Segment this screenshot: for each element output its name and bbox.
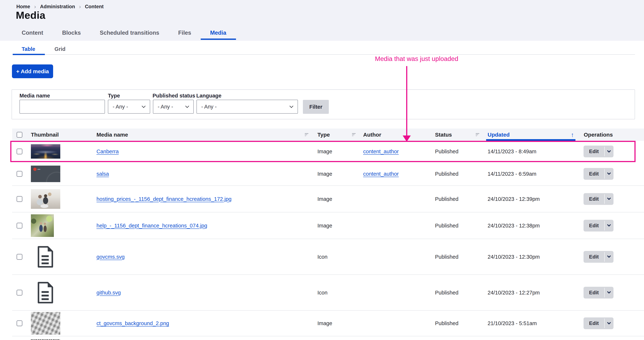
media-name-input[interactable] [20, 100, 105, 114]
view-tab-table[interactable]: Table [22, 46, 35, 52]
edit-split-button[interactable]: Edit [584, 287, 614, 299]
updated-timestamp: 24/10/2023 - 12:39pm [488, 196, 540, 202]
view-tabs-divider [13, 54, 635, 55]
row-checkbox[interactable] [16, 196, 22, 202]
edit-dropdown-toggle[interactable] [605, 193, 614, 205]
row-checkbox[interactable] [16, 320, 22, 326]
select-value: - Any - [113, 104, 128, 110]
table-row: salsaImagecontent_authorPublished14/11/2… [12, 162, 644, 185]
table-row: govcms.svgIconPublished24/10/2023 - 12:3… [12, 239, 644, 274]
chevron-down-icon [607, 254, 611, 258]
thumbnail-gray-foam-texture [31, 312, 60, 335]
chevron-down-icon [142, 104, 146, 108]
breadcrumb-item-administration[interactable]: Administration [40, 4, 75, 9]
sort-icon[interactable] [352, 133, 356, 137]
edit-dropdown-toggle[interactable] [605, 168, 614, 180]
edit-split-button[interactable]: Edit [584, 168, 614, 180]
breadcrumb-separator: › [34, 4, 36, 10]
chevron-down-icon [185, 104, 189, 108]
view-tab-grid[interactable]: Grid [54, 46, 66, 52]
edit-button-label[interactable]: Edit [584, 146, 604, 157]
select-all-checkbox[interactable] [16, 132, 22, 138]
row-checkbox[interactable] [16, 290, 22, 296]
table-row: CanberraImagecontent_authorPublished14/1… [12, 141, 644, 162]
filter-label-published-status: Published status [152, 93, 195, 99]
edit-split-button[interactable]: Edit [584, 318, 614, 329]
filter-select-language[interactable]: - Any - [196, 100, 298, 114]
row-checkbox[interactable] [16, 254, 22, 260]
tab-media[interactable]: Media [210, 29, 226, 36]
filter-label-language: Language [196, 93, 222, 99]
status-text: Published [435, 290, 458, 296]
edit-split-button[interactable]: Edit [584, 251, 614, 263]
edit-button-label[interactable]: Edit [584, 251, 604, 263]
edit-button-label[interactable]: Edit [584, 168, 604, 180]
column-header-updated[interactable]: Updated [488, 132, 510, 138]
tab-files[interactable]: Files [178, 29, 191, 36]
author-link[interactable]: content_author [363, 171, 399, 177]
chevron-down-icon [607, 321, 611, 324]
sort-ascending-arrow-icon[interactable]: ↑ [571, 131, 574, 138]
updated-timestamp: 21/10/2023 - 5:51am [488, 320, 537, 327]
filter-select-type[interactable]: - Any - [108, 100, 150, 114]
edit-dropdown-toggle[interactable] [605, 146, 614, 157]
edit-dropdown-toggle[interactable] [605, 251, 614, 263]
media-name-link[interactable]: salsa [96, 171, 109, 177]
column-header-type[interactable]: Type [318, 132, 330, 138]
tab-blocks[interactable]: Blocks [62, 29, 81, 36]
edit-dropdown-toggle[interactable] [605, 318, 614, 329]
column-header-thumbnail[interactable]: Thumbnail [31, 132, 59, 138]
column-header-status[interactable]: Status [435, 132, 452, 138]
breadcrumb-item-home[interactable]: Home [16, 4, 30, 9]
filter-submit-button[interactable]: Filter [303, 100, 329, 114]
media-name-link[interactable]: github.svg [96, 290, 121, 296]
edit-dropdown-toggle[interactable] [605, 287, 614, 299]
edit-button-label[interactable]: Edit [584, 220, 604, 231]
media-type: Icon [318, 290, 328, 296]
edit-split-button[interactable]: Edit [584, 220, 614, 231]
media-name-link[interactable]: ct_govcms_background_2.png [96, 320, 169, 327]
tab-content[interactable]: Content [22, 29, 43, 36]
row-checkbox[interactable] [16, 149, 22, 154]
edit-dropdown-toggle[interactable] [605, 220, 614, 231]
updated-timestamp: 14/11/2023 - 6:59am [488, 171, 536, 177]
chevron-down-icon [607, 290, 611, 294]
author-link[interactable]: content_author [363, 149, 399, 155]
add-media-button[interactable]: + Add media [12, 64, 53, 78]
edit-split-button[interactable]: Edit [584, 146, 614, 157]
annotation-arrow [406, 66, 407, 136]
column-header-operations[interactable]: Operations [584, 132, 613, 138]
active-sort-underline [486, 139, 576, 141]
column-header-media-name[interactable]: Media name [96, 132, 128, 138]
media-type: Image [318, 222, 332, 229]
breadcrumb-item-content[interactable]: Content [85, 4, 104, 9]
table-row: github.svgIconPublished24/10/2023 - 12:2… [12, 274, 644, 310]
media-name-link[interactable]: govcms.svg [96, 254, 124, 260]
annotation-text: Media that was just uploaded [375, 55, 458, 62]
media-type: Image [318, 196, 332, 202]
thumbnail-dark-slide-red-logo [31, 166, 60, 182]
chevron-down-icon [607, 196, 611, 200]
media-name-link[interactable]: hosting_prices_-_1156_dept_finance_hcrea… [96, 196, 232, 202]
filter-select-published-status[interactable]: - Any - [153, 100, 194, 114]
filter-label-media-name: Media name [20, 93, 50, 99]
tab-scheduled-transitions[interactable]: Scheduled transitions [100, 29, 159, 36]
sort-icon[interactable] [475, 133, 480, 137]
row-checkbox[interactable] [16, 223, 22, 229]
media-type: Image [318, 320, 332, 327]
edit-button-label[interactable]: Edit [584, 193, 604, 205]
table-header-row: ThumbnailMedia nameTypeAuthorStatusUpdat… [12, 129, 644, 141]
media-name-link[interactable]: Canberra [96, 149, 119, 155]
edit-split-button[interactable]: Edit [584, 193, 614, 205]
column-header-author[interactable]: Author [363, 132, 381, 138]
edit-button-label[interactable]: Edit [584, 287, 604, 299]
media-name-link[interactable]: help_-_1156_dept_finance_hcreations_074.… [96, 222, 207, 229]
edit-button-label[interactable]: Edit [584, 318, 604, 329]
media-type: Image [318, 149, 332, 155]
chevron-down-icon [607, 171, 611, 175]
media-table: ThumbnailMedia nameTypeAuthorStatusUpdat… [12, 129, 644, 340]
table-row: ct_govcms_background_2.pngImagePublished… [12, 310, 644, 336]
updated-timestamp: 24/10/2023 - 12:27pm [488, 290, 540, 296]
sort-icon[interactable] [304, 133, 309, 137]
row-checkbox[interactable] [16, 171, 22, 177]
